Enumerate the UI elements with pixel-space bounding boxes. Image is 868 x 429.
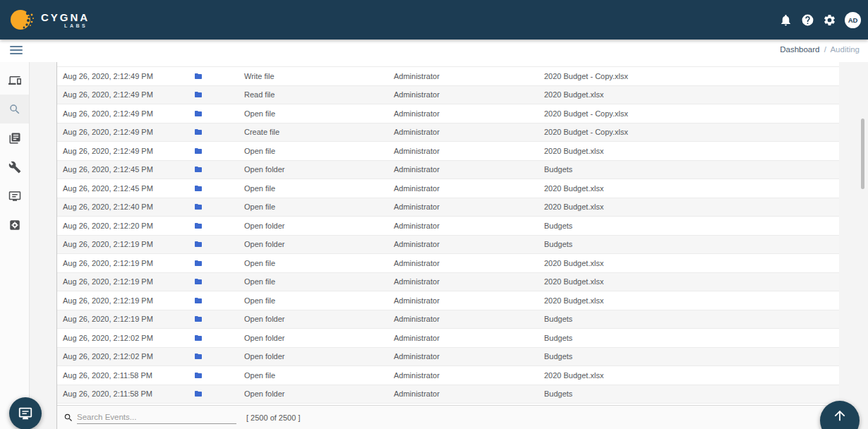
- table-row[interactable]: Aug 26, 2020, 2:12:45 PM Open folder Adm…: [57, 161, 839, 180]
- event-user: Administrator: [394, 109, 544, 118]
- table-row[interactable]: Aug 26, 2020, 2:12:19 PM Open folder Adm…: [57, 236, 839, 255]
- event-timestamp: Aug 26, 2020, 2:12:45 PM: [57, 184, 188, 193]
- notifications-icon[interactable]: [779, 13, 792, 27]
- folder-icon: [188, 277, 244, 286]
- table-row[interactable]: Aug 26, 2020, 2:12:45 PM Open file Admin…: [57, 179, 839, 198]
- table-row[interactable]: Aug 26, 2020, 2:12:49 PM Write file Admi…: [57, 67, 839, 86]
- search-events-icon: [64, 413, 73, 423]
- table-row[interactable]: Aug 26, 2020, 2:12:02 PM Open folder Adm…: [57, 348, 839, 367]
- vertical-scrollbar[interactable]: [861, 119, 864, 189]
- event-user: Administrator: [394, 296, 544, 305]
- folder-icon: [188, 128, 244, 136]
- table-row[interactable]: Aug 26, 2020, 2:12:49 PM Read file Admin…: [57, 86, 839, 105]
- table-row[interactable]: Aug 26, 2020, 2:12:20 PM Open folder Adm…: [57, 217, 839, 236]
- event-object: Budgets: [544, 334, 839, 342]
- user-avatar[interactable]: AD: [845, 12, 861, 28]
- wrench-icon: [8, 161, 21, 174]
- table-row[interactable]: Aug 26, 2020, 2:12:19 PM Open file Admin…: [57, 273, 839, 292]
- event-object: Budgets: [544, 352, 839, 361]
- event-object: Budgets: [544, 165, 839, 174]
- table-row[interactable]: Aug 26, 2020, 2:12:19 PM Open file Admin…: [57, 291, 839, 310]
- folder-icon: [188, 109, 244, 118]
- menu-toggle-icon[interactable]: [10, 46, 23, 56]
- settings-applications-icon: [8, 219, 21, 231]
- sidebar-item-devices[interactable]: [0, 66, 29, 95]
- table-row[interactable]: Aug 26, 2020, 2:12:49 PM Open file Admin…: [57, 142, 839, 161]
- events-count: [ 2500 of 2500 ]: [246, 413, 300, 422]
- brand-subname: LABS: [41, 23, 90, 28]
- event-action: Open folder: [244, 222, 394, 230]
- folder-icon: [188, 259, 244, 267]
- event-timestamp: Aug 26, 2020, 2:12:20 PM: [57, 222, 188, 230]
- folder-icon: [188, 184, 244, 193]
- sidebar-nav: [0, 62, 30, 429]
- event-action: Read file: [244, 90, 394, 99]
- event-user: Administrator: [394, 371, 544, 380]
- event-user: Administrator: [394, 315, 544, 323]
- events-table-body: Aug 26, 2020, 2:12:49 PM Write file Admi…: [57, 67, 839, 404]
- sidebar-item-search[interactable]: [0, 95, 29, 123]
- event-timestamp: Aug 26, 2020, 2:12:45 PM: [57, 165, 188, 174]
- event-timestamp: Aug 26, 2020, 2:12:02 PM: [57, 334, 188, 342]
- event-action: Open file: [244, 109, 394, 118]
- arrow-up-icon: [832, 408, 848, 423]
- folder-icon: [188, 222, 244, 230]
- event-object: Budgets: [544, 389, 839, 398]
- event-action: Open file: [244, 259, 394, 267]
- table-row[interactable]: Aug 26, 2020, 2:12:19 PM Open folder Adm…: [57, 310, 839, 330]
- folder-icon: [188, 389, 244, 398]
- folder-icon: [188, 72, 244, 80]
- app-header: CYGNA LABS AD: [0, 0, 868, 40]
- event-timestamp: Aug 26, 2020, 2:11:58 PM: [57, 389, 188, 398]
- event-timestamp: Aug 26, 2020, 2:12:49 PM: [57, 147, 188, 155]
- event-object: 2020 Budget.xlsx: [544, 296, 839, 305]
- breadcrumb-auditing: Auditing: [830, 45, 860, 54]
- main-content: Aug 26, 2020, 2:12:49 PM Write file Admi…: [30, 62, 868, 429]
- table-row[interactable]: Aug 26, 2020, 2:12:40 PM Open file Admin…: [57, 198, 839, 217]
- folder-icon: [188, 147, 244, 155]
- sidebar-item-tools[interactable]: [0, 152, 29, 181]
- event-action: Open folder: [244, 389, 394, 398]
- sidebar-item-reports[interactable]: [0, 123, 29, 152]
- breadcrumb-dashboard[interactable]: Dashboard: [780, 45, 819, 54]
- event-timestamp: Aug 26, 2020, 2:12:19 PM: [57, 240, 188, 248]
- event-timestamp: Aug 26, 2020, 2:12:19 PM: [57, 259, 188, 267]
- event-action: Open file: [244, 203, 394, 211]
- breadcrumb-separator: /: [824, 45, 826, 54]
- live-chat-button[interactable]: [9, 397, 42, 429]
- event-object: Budgets: [544, 240, 839, 248]
- event-timestamp: Aug 26, 2020, 2:12:49 PM: [57, 128, 188, 136]
- table-row[interactable]: Aug 26, 2020, 2:12:49 PM Open file Admin…: [57, 104, 839, 123]
- table-row[interactable]: Aug 26, 2020, 2:11:58 PM Open file Admin…: [57, 366, 839, 385]
- table-row[interactable]: Aug 26, 2020, 2:11:58 PM Open folder Adm…: [57, 385, 839, 404]
- event-object: 2020 Budget - Copy.xlsx: [544, 109, 839, 118]
- sidebar-item-settings-apps[interactable]: [0, 210, 29, 239]
- event-user: Administrator: [394, 90, 544, 99]
- event-timestamp: Aug 26, 2020, 2:12:49 PM: [57, 109, 188, 118]
- event-action: Open folder: [244, 352, 394, 361]
- table-row[interactable]: Aug 26, 2020, 2:12:02 PM Open folder Adm…: [57, 329, 839, 348]
- event-user: Administrator: [394, 184, 544, 193]
- table-row[interactable]: Aug 26, 2020, 2:12:19 PM Open file Admin…: [57, 254, 839, 273]
- table-row-partial: [57, 62, 839, 67]
- events-table: Aug 26, 2020, 2:12:49 PM Write file Admi…: [56, 62, 839, 429]
- search-events-input[interactable]: [77, 411, 236, 424]
- folder-icon: [188, 203, 244, 211]
- event-action: Open file: [244, 296, 394, 305]
- event-action: Open folder: [244, 315, 394, 323]
- event-action: Open file: [244, 147, 394, 155]
- event-user: Administrator: [394, 352, 544, 361]
- help-icon[interactable]: [801, 13, 814, 27]
- chat-console-icon: [18, 406, 33, 421]
- table-row[interactable]: Aug 26, 2020, 2:12:49 PM Create file Adm…: [57, 123, 839, 143]
- event-object: 2020 Budget.xlsx: [544, 259, 839, 267]
- event-user: Administrator: [394, 165, 544, 174]
- cygna-logo-icon: [10, 8, 35, 32]
- dvr-icon: [8, 190, 21, 203]
- settings-icon[interactable]: [823, 13, 836, 27]
- event-action: Open folder: [244, 334, 394, 342]
- search-icon: [8, 103, 21, 116]
- event-object: 2020 Budget - Copy.xlsx: [544, 72, 839, 80]
- event-action: Open folder: [244, 165, 394, 174]
- sidebar-item-console[interactable]: [0, 181, 29, 210]
